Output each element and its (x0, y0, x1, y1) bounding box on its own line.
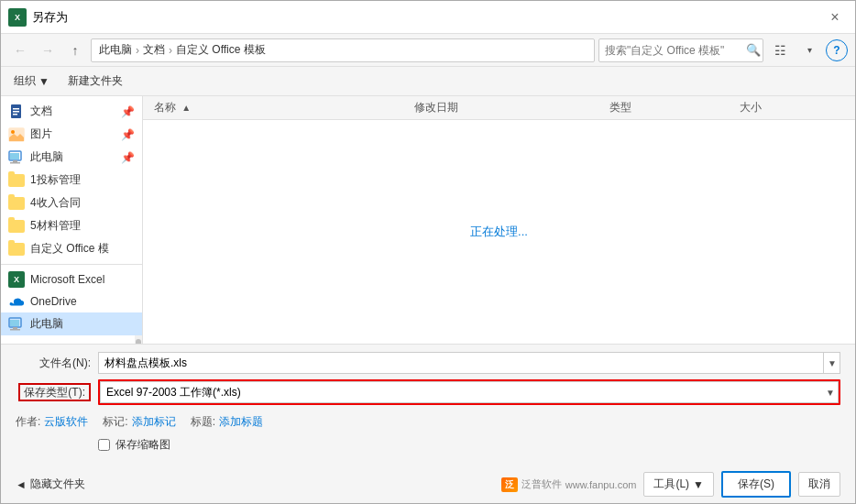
footer: ◄ 隐藏文件夹 泛 泛普软件 www.fanpu.com 工具(L) ▼ 保存(… (1, 464, 855, 503)
organize-arrow-icon: ▼ (38, 75, 49, 88)
svg-rect-2 (13, 111, 19, 113)
onedrive-icon (8, 294, 25, 309)
svg-rect-1 (13, 108, 19, 110)
app-icon-label: X (15, 13, 20, 22)
breadcrumb-part-1: 此电脑 (99, 42, 132, 58)
pin-icon-pictures: 📌 (121, 128, 135, 141)
up-button[interactable]: ↑ (63, 38, 87, 62)
breadcrumb[interactable]: 此电脑 › 文档 › 自定义 Office 模板 (91, 38, 595, 62)
bottom-form: 文件名(N): ▼ 保存类型(T): Excel 97-2003 工作簿(*.x… (1, 344, 855, 464)
title-bar-left: X 另存为 (8, 8, 68, 27)
col-header-size[interactable]: 大小 (740, 100, 844, 115)
help-button[interactable]: ? (826, 39, 848, 61)
sidebar-item-this-pc[interactable]: 此电脑 📌 (1, 146, 142, 169)
this-pc-icon-1 (8, 150, 25, 165)
organize-button[interactable]: 组织 ▼ (8, 71, 55, 92)
pin-icon-this-pc-1: 📌 (121, 151, 135, 164)
svg-rect-3 (13, 114, 17, 115)
col-header-date[interactable]: 修改日期 (414, 100, 609, 115)
search-input[interactable] (605, 44, 742, 57)
sidebar-item-documents[interactable]: 文档 📌 (1, 100, 142, 123)
view-sort-button[interactable]: ▾ (796, 38, 822, 62)
sidebar-item-folder-office[interactable]: 自定义 Office 模 (1, 237, 142, 260)
sidebar-item-folder5[interactable]: 5材料管理 (1, 214, 142, 237)
tools-button[interactable]: 工具(L) ▼ (643, 472, 714, 497)
tags-value[interactable]: 添加标记 (132, 414, 176, 430)
tags-meta: 标记: 添加标记 (103, 414, 175, 430)
hide-folders-button[interactable]: ◄ 隐藏文件夹 (16, 477, 85, 492)
svg-point-5 (11, 130, 15, 134)
filetype-label: 保存类型(T): (16, 385, 98, 400)
breadcrumb-part-3: 自定义 Office 模板 (176, 42, 266, 58)
footer-right: 泛 泛普软件 www.fanpu.com 工具(L) ▼ 保存(S) 取消 (501, 471, 840, 498)
col-header-type[interactable]: 类型 (609, 100, 740, 115)
filetype-row: 保存类型(T): Excel 97-2003 工作簿(*.xls) ▼ (16, 379, 840, 405)
sidebar: 文档 📌 图片 📌 此电脑 📌 1 (1, 96, 143, 344)
save-button[interactable]: 保存(S) (721, 471, 791, 498)
sidebar-item-pictures[interactable]: 图片 📌 (1, 123, 142, 146)
sidebar-item-folder1[interactable]: 1投标管理 (1, 169, 142, 192)
action-toolbar: 组织 ▼ 新建文件夹 (1, 67, 855, 96)
svg-rect-11 (13, 327, 17, 329)
sidebar-item-this-pc2[interactable]: 此电脑 (1, 312, 142, 335)
svg-rect-9 (10, 153, 19, 159)
metadata-row: 作者: 云版软件 标记: 添加标记 标题: 添加标题 (16, 411, 840, 433)
organize-label: 组织 (14, 73, 36, 89)
title-value[interactable]: 添加标题 (219, 414, 263, 430)
search-box[interactable]: 🔍 (598, 38, 763, 62)
document-icon (8, 104, 25, 119)
title-bar: X 另存为 × (1, 1, 855, 34)
forward-button[interactable]: → (36, 38, 60, 62)
brand-text: 泛普软件 (521, 477, 562, 491)
sidebar-label-this-pc-1: 此电脑 (30, 149, 63, 165)
sidebar-label-folder4: 4收入合同 (30, 195, 81, 211)
filename-input[interactable] (98, 352, 840, 374)
folder-office-icon (8, 242, 25, 257)
filetype-select-wrapper[interactable]: Excel 97-2003 工作簿(*.xls) ▼ (98, 379, 840, 405)
file-list-header: 名称 ▲ 修改日期 类型 大小 (143, 96, 855, 120)
save-thumbnail-label[interactable]: 保存缩略图 (115, 437, 170, 453)
folder5-icon (8, 219, 25, 234)
breadcrumb-sep-2: › (169, 44, 172, 57)
folder1-icon (8, 173, 25, 188)
col-header-name[interactable]: 名称 ▲ (154, 100, 414, 115)
sidebar-label-onedrive: OneDrive (30, 295, 77, 308)
sidebar-label-folder5: 5材料管理 (30, 218, 81, 234)
back-button[interactable]: ← (8, 38, 32, 62)
hide-arrow-icon: ◄ (16, 478, 27, 491)
filetype-select[interactable]: Excel 97-2003 工作簿(*.xls) (100, 381, 839, 403)
this-pc-icon-2 (8, 317, 25, 332)
dialog-title: 另存为 (32, 9, 68, 26)
sidebar-label-excel: Microsoft Excel (30, 273, 104, 286)
svg-rect-8 (10, 162, 20, 164)
sidebar-label-pictures: 图片 (30, 126, 52, 142)
tools-arrow-icon: ▼ (693, 478, 704, 491)
file-list-body: 正在处理... (143, 120, 855, 344)
new-folder-button[interactable]: 新建文件夹 (62, 71, 128, 92)
nav-toolbar: ← → ↑ 此电脑 › 文档 › 自定义 Office 模板 🔍 ☷ ▾ ? (1, 34, 855, 67)
app-icon: X (8, 8, 27, 27)
title-meta: 标题: 添加标题 (191, 414, 263, 430)
sort-arrow-icon: ▲ (181, 103, 191, 113)
sidebar-label-documents: 文档 (30, 104, 52, 119)
search-icon: 🔍 (746, 43, 761, 57)
cancel-button[interactable]: 取消 (798, 472, 840, 497)
sidebar-label-this-pc-2: 此电脑 (30, 316, 63, 332)
processing-status: 正在处理... (470, 224, 528, 240)
save-thumbnail-checkbox[interactable] (98, 439, 110, 451)
author-value[interactable]: 云版软件 (44, 414, 88, 430)
sidebar-item-folder4[interactable]: 4收入合同 (1, 192, 142, 214)
breadcrumb-part-2: 文档 (143, 42, 165, 58)
new-folder-label: 新建文件夹 (68, 73, 123, 89)
title-label: 标题: (191, 414, 215, 430)
author-meta: 作者: 云版软件 (16, 414, 88, 430)
view-button[interactable]: ☷ (767, 38, 793, 62)
checkbox-row: 保存缩略图 (98, 433, 840, 456)
tags-label: 标记: (103, 414, 127, 430)
brand-icon: 泛 (501, 477, 518, 492)
close-button[interactable]: × (822, 6, 848, 28)
filetype-label-boxed: 保存类型(T): (18, 383, 91, 401)
sidebar-item-onedrive[interactable]: OneDrive (1, 290, 142, 312)
sidebar-item-excel[interactable]: X Microsoft Excel (1, 268, 142, 290)
svg-rect-7 (13, 160, 17, 162)
